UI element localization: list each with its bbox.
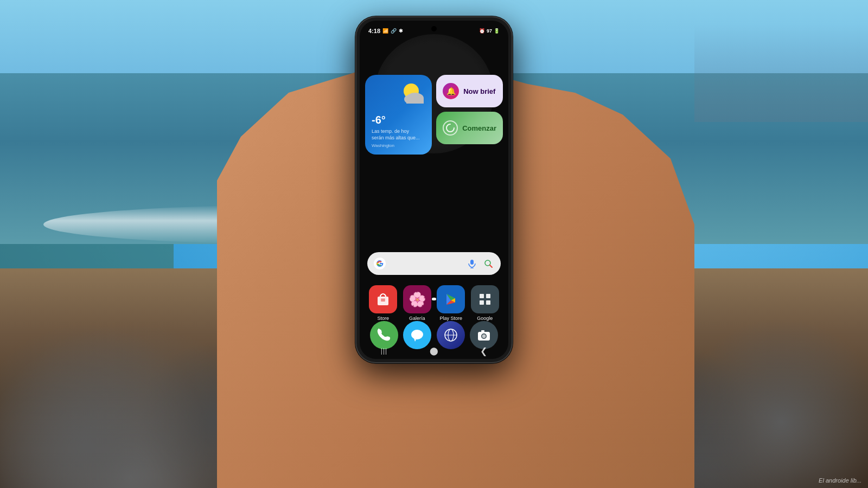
search-mic-button[interactable] xyxy=(466,258,478,269)
now-brief-icon: 🔔 xyxy=(443,83,459,99)
weather-city: Washington xyxy=(372,143,425,148)
galeria-app-icon: 🌸 xyxy=(403,285,431,313)
svg-rect-6 xyxy=(470,260,474,265)
status-right: ⏰ 97 🔋 xyxy=(479,28,500,34)
wifi-icon: 🔗 xyxy=(391,28,397,34)
lens-icon xyxy=(483,259,493,268)
comenzar-label: Comenzar xyxy=(462,124,496,132)
svg-rect-18 xyxy=(486,300,490,305)
now-brief-label: Now brief xyxy=(463,87,495,95)
nav-home-button[interactable]: ⬤ xyxy=(430,346,438,355)
alarm-icon: ⏰ xyxy=(479,28,485,34)
comenzar-spiral-icon xyxy=(445,123,455,133)
browser-icon-glyph xyxy=(443,328,458,343)
watermark: El androide lib... xyxy=(819,477,861,484)
svg-rect-13 xyxy=(381,300,385,301)
google-app-label: Google xyxy=(477,316,493,321)
phone-body: 4:18 📶 🔗 ✱ ⏰ 97 🔋 xyxy=(355,16,513,363)
phone-icon-glyph xyxy=(376,328,392,343)
app-item-store[interactable]: Store xyxy=(367,285,399,321)
svg-rect-27 xyxy=(481,330,484,332)
app-item-galeria[interactable]: 🌸 Galería xyxy=(401,285,433,321)
nav-back-button[interactable]: ❮ xyxy=(480,346,487,356)
battery-level: 97 xyxy=(487,28,492,34)
search-bar[interactable] xyxy=(367,252,501,275)
status-left: 4:18 📶 🔗 ✱ xyxy=(368,28,403,34)
signal-icon: 📶 xyxy=(382,28,388,34)
svg-line-10 xyxy=(490,265,492,267)
phone-screen: 4:18 📶 🔗 ✱ ⏰ 97 🔋 xyxy=(360,21,508,359)
comenzar-icon xyxy=(443,120,458,136)
svg-rect-16 xyxy=(486,294,490,298)
nav-recents-button[interactable]: ||| xyxy=(381,347,387,355)
galeria-icon-glyph: 🌸 xyxy=(409,291,426,308)
google-logo xyxy=(374,258,386,269)
widgets-area: -6° Las temp. de hoyserán más altas que.… xyxy=(365,75,503,155)
app-grid: Store 🌸 Galería xyxy=(367,285,501,321)
mic-icon xyxy=(467,259,477,268)
battery-icon: 🔋 xyxy=(494,28,500,34)
weather-description: Las temp. de hoyserán más altas que... xyxy=(372,129,425,141)
now-brief-widget[interactable]: 🔔 Now brief xyxy=(436,75,503,107)
playstore-app-icon xyxy=(437,285,465,313)
playstore-icon-glyph xyxy=(443,291,459,307)
city-skyline xyxy=(694,24,868,122)
galeria-app-label: Galería xyxy=(409,316,425,321)
right-widgets: 🔔 Now brief Comenzar xyxy=(436,75,503,155)
svg-point-26 xyxy=(482,335,486,338)
weather-widget[interactable]: -6° Las temp. de hoyserán más altas que.… xyxy=(365,75,432,155)
playstore-app-label: Play Store xyxy=(439,316,462,321)
svg-rect-12 xyxy=(381,299,385,300)
svg-point-19 xyxy=(411,330,423,339)
app-item-google[interactable]: Google xyxy=(469,285,501,321)
phone-wrapper: 4:18 📶 🔗 ✱ ⏰ 97 🔋 xyxy=(355,16,513,472)
app-item-playstore[interactable]: Play Store xyxy=(435,285,467,321)
store-icon-glyph xyxy=(375,291,391,307)
now-brief-icon-glyph: 🔔 xyxy=(446,87,456,95)
google-app-icon xyxy=(471,285,499,313)
time-display: 4:18 xyxy=(368,28,380,34)
svg-rect-4 xyxy=(406,98,424,104)
svg-rect-15 xyxy=(480,294,484,298)
search-lens-button[interactable] xyxy=(482,258,494,269)
store-app-label: Store xyxy=(377,316,389,321)
navigation-bar: ||| ⬤ ❮ xyxy=(360,343,508,359)
comenzar-widget[interactable]: Comenzar xyxy=(436,112,503,144)
svg-rect-17 xyxy=(480,300,484,305)
messages-icon-glyph xyxy=(410,328,425,343)
store-app-icon xyxy=(369,285,397,313)
camera-icon-glyph xyxy=(476,328,492,343)
camera-punch xyxy=(431,26,437,31)
bt-icon: ✱ xyxy=(399,28,403,34)
google-grid-icon-glyph xyxy=(477,292,493,307)
weather-icon xyxy=(398,79,427,109)
weather-temperature: -6° xyxy=(372,114,425,126)
